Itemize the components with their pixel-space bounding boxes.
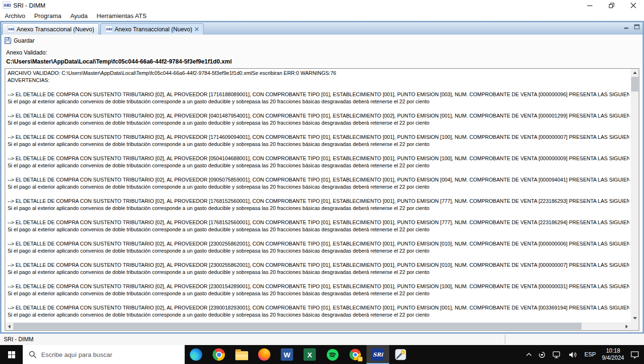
tab-close-icon[interactable] xyxy=(195,27,199,31)
sri-tab-icon: SRi xyxy=(7,26,14,33)
tools-app-icon xyxy=(394,348,407,361)
menu-programa[interactable]: Programa xyxy=(34,12,61,19)
warning-block: --> EL DETALLE DE COMPRA CON SUSTENTO TR… xyxy=(8,262,629,276)
taskbar-chrome-button[interactable] xyxy=(207,345,230,364)
status-text: SRI - DIMM xyxy=(4,336,34,343)
save-button[interactable]: Guardar xyxy=(4,37,35,44)
start-button[interactable] xyxy=(0,345,23,364)
warning-line2: Si el pago al exterior aplicando conveni… xyxy=(8,162,629,169)
close-icon xyxy=(631,3,636,8)
spotify-icon xyxy=(326,348,339,361)
scroll-up-button[interactable] xyxy=(631,69,639,77)
vertical-scroll-thumb[interactable] xyxy=(631,77,638,91)
warning-block: --> EL DETALLE DE COMPRA CON SUSTENTO TR… xyxy=(8,134,629,148)
warning-line1: --> EL DETALLE DE COMPRA CON SUSTENTO TR… xyxy=(8,155,629,162)
view-controls xyxy=(624,24,640,29)
validation-output-text: ARCHIVO VALIDADO: C:\Users\Master\AppDat… xyxy=(8,70,629,321)
warning-line2: Si el pago al exterior aplicando conveni… xyxy=(8,290,629,297)
action-center-icon[interactable] xyxy=(630,351,639,359)
warning-line1: --> EL DETALLE DE COMPRA CON SUSTENTO TR… xyxy=(8,112,629,119)
tray-volume-icon[interactable] xyxy=(568,351,578,359)
taskbar-word-button[interactable]: W xyxy=(276,345,298,364)
tray-sync-icon[interactable] xyxy=(538,351,546,359)
minimize-button[interactable] xyxy=(579,0,600,10)
warning-block: --> EL DETALLE DE COMPRA CON SUSTENTO TR… xyxy=(8,112,629,127)
warning-block: --> EL DETALLE DE COMPRA CON SUSTENTO TR… xyxy=(8,283,629,297)
tray-chevron-up-icon[interactable] xyxy=(526,353,532,356)
status-divider xyxy=(505,335,505,344)
warning-line1: --> EL DETALLE DE COMPRA CON SUSTENTO TR… xyxy=(8,198,629,205)
warning-line2: Si el pago al exterior aplicando conveni… xyxy=(8,247,629,255)
word-icon: W xyxy=(281,348,293,361)
output-header-line: ARCHIVO VALIDADO: C:\Users\Master\AppDat… xyxy=(8,70,629,77)
scrollbar-corner xyxy=(631,322,639,330)
taskbar-spotify-button[interactable] xyxy=(321,345,344,364)
tray-network-icon[interactable] xyxy=(552,351,562,359)
scroll-left-button[interactable] xyxy=(5,322,13,330)
arrow-up-icon xyxy=(633,72,637,74)
tab-anexo-transaccional-2[interactable]: SRi Anexo Transaccional (Nuevo) xyxy=(100,23,204,35)
tab-label: Anexo Transaccional (Nuevo) xyxy=(17,26,94,33)
validated-file-path: C:\Users\Master\AppData\Local\Temp\fc05c… xyxy=(6,58,643,65)
warning-line2: Si el pago al exterior aplicando conveni… xyxy=(8,119,629,127)
taskbar-excel-button[interactable]: X xyxy=(298,345,321,364)
warning-block: --> EL DETALLE DE COMPRA CON SUSTENTO TR… xyxy=(8,155,629,169)
taskbar-edge-button[interactable] xyxy=(185,345,207,364)
warning-line1: --> EL DETALLE DE COMPRA CON SUSTENTO TR… xyxy=(8,219,629,226)
firefox-icon xyxy=(258,348,270,361)
warning-line2: Si el pago al exterior aplicando conveni… xyxy=(8,311,629,318)
taskbar-sri-dimm-button[interactable]: SRi xyxy=(367,345,389,364)
taskbar-tools-app-button[interactable] xyxy=(389,345,412,364)
warning-block: --> EL DETALLE DE COMPRA CON SUSTENTO TR… xyxy=(8,91,629,105)
maximize-view-icon[interactable] xyxy=(634,24,640,29)
chrome-icon xyxy=(213,348,225,361)
titlebar: SRi SRI - DIMM xyxy=(0,0,644,10)
menu-archivo[interactable]: Archivo xyxy=(5,12,25,19)
validation-output-textarea[interactable]: ARCHIVO VALIDADO: C:\Users\Master\AppDat… xyxy=(5,68,639,331)
taskbar-clock[interactable]: 10:18 9/4/2024 xyxy=(602,347,624,362)
horizontal-scrollbar[interactable] xyxy=(5,322,631,330)
menu-ayuda[interactable]: Ayuda xyxy=(70,12,88,19)
excel-icon: X xyxy=(304,348,316,361)
window-title: SRI - DIMM xyxy=(13,2,45,9)
warning-line1: --> EL DETALLE DE COMPRA CON SUSTENTO TR… xyxy=(8,283,629,290)
window-controls xyxy=(579,0,644,10)
app-frame: SRi Anexo Transaccional (Nuevo) SRi Anex… xyxy=(0,21,644,334)
close-button[interactable] xyxy=(622,0,644,10)
warning-block: --> EL DETALLE DE COMPRA CON SUSTENTO TR… xyxy=(8,304,629,318)
tab-label: Anexo Transaccional (Nuevo) xyxy=(115,26,192,33)
taskbar-search[interactable] xyxy=(23,345,185,364)
warning-line2: Si el pago al exterior aplicando conveni… xyxy=(8,205,629,212)
search-icon xyxy=(29,351,36,358)
clock-date: 9/4/2024 xyxy=(602,355,624,362)
vertical-scrollbar[interactable] xyxy=(631,69,639,322)
floppy-disk-icon xyxy=(4,37,11,44)
windows-logo-icon xyxy=(8,351,15,358)
scroll-right-button[interactable] xyxy=(623,322,631,330)
taskbar-firefox-button[interactable] xyxy=(253,345,276,364)
system-tray: ESP 10:18 9/4/2024 xyxy=(526,345,644,364)
warning-block: --> EL DETALLE DE COMPRA CON SUSTENTO TR… xyxy=(8,198,629,212)
edge-icon xyxy=(190,348,202,361)
taskbar-chrome-badge-button[interactable] xyxy=(344,345,367,364)
clock-time: 10:18 xyxy=(606,347,620,355)
horizontal-scroll-thumb[interactable] xyxy=(13,323,581,330)
warning-line1: --> EL DETALLE DE COMPRA CON SUSTENTO TR… xyxy=(8,262,629,269)
windows-taskbar: W X SRi ESP 10:18 9/4/2024 xyxy=(0,345,644,364)
output-warnings-label: ADVERTENCIAS: xyxy=(8,77,629,84)
minimize-view-icon[interactable] xyxy=(624,24,630,29)
save-label: Guardar xyxy=(14,37,35,44)
minimize-icon xyxy=(587,3,592,8)
scroll-down-button[interactable] xyxy=(631,314,639,322)
warning-block: --> EL DETALLE DE COMPRA CON SUSTENTO TR… xyxy=(8,176,629,191)
menu-herramientas-ats[interactable]: Herramientas ATS xyxy=(97,12,146,19)
warning-line1: --> EL DETALLE DE COMPRA CON SUSTENTO TR… xyxy=(8,134,629,141)
restore-button[interactable] xyxy=(600,0,622,10)
tab-anexo-transaccional-1[interactable]: SRi Anexo Transaccional (Nuevo) xyxy=(2,23,99,35)
taskbar-file-explorer-button[interactable] xyxy=(230,345,253,364)
editor-toolbar: Guardar xyxy=(1,35,643,46)
search-input[interactable] xyxy=(41,351,174,358)
warning-block: --> EL DETALLE DE COMPRA CON SUSTENTO TR… xyxy=(8,219,629,233)
restore-icon xyxy=(609,3,614,8)
language-indicator[interactable]: ESP xyxy=(584,351,596,358)
